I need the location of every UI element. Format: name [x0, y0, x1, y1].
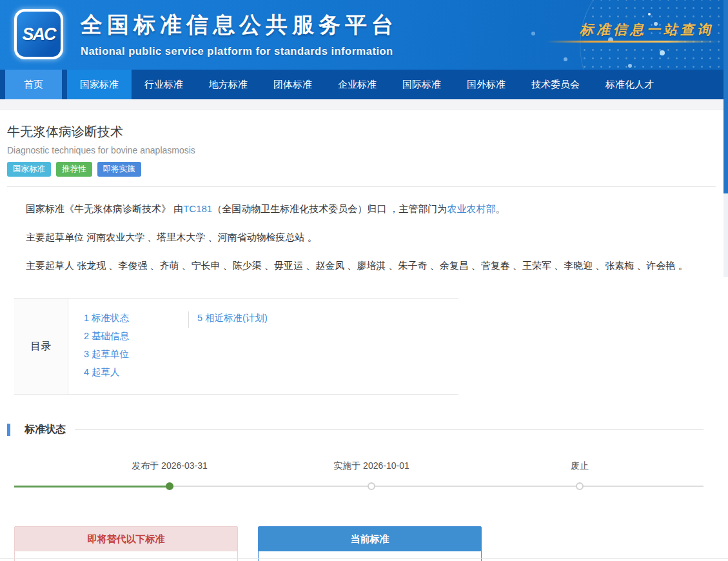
intro-p1-text: 国家标准《牛无浆体病诊断技术》 由 [26, 203, 183, 214]
page: SAC 全国标准信息公共服务平台 National public service… [0, 0, 728, 561]
nav-item-national-standards[interactable]: 国家标准 [67, 70, 132, 99]
scrollbar-track [723, 193, 728, 277]
site-header: SAC 全国标准信息公共服务平台 National public service… [0, 0, 728, 70]
intro-paragraph-drafters: 主要起草人 张龙现 、李俊强 、齐萌 、宁长申 、陈少渠 、毋亚运 、赵金凤 、… [26, 260, 716, 272]
globe-dots-decoration [648, 13, 651, 15]
nav-item-industry-standards[interactable]: 行业标准 [132, 70, 196, 99]
replaced-card-header: 即将替代以下标准 [15, 527, 237, 551]
toc-item-drafting-units[interactable]: 3 起草单位 [84, 345, 188, 363]
intro-p1-text2: （全国动物卫生标准化技术委员会）归口 ，主管部门为 [212, 203, 447, 214]
header-slogan: 标准信息一站查询 [580, 21, 714, 39]
ministry-link[interactable]: 农业农村部 [447, 203, 495, 214]
section-header-line [75, 429, 703, 430]
nav-item-local-standards[interactable]: 地方标准 [196, 70, 261, 99]
intro-paragraph-drafting-units: 主要起草单位 河南农业大学 、塔里木大学 、河南省动物检疫总站 。 [26, 231, 716, 244]
toc-item-standard-status[interactable]: 1 标准状态 [84, 309, 188, 327]
sac-logo-inner: SAC [17, 12, 61, 57]
standards-cards-row: 即将替代以下标准 GB/T 18651-2002 （全部代替） 牛无浆体病快速凝… [14, 526, 716, 561]
toc-item-drafters[interactable]: 4 起草人 [84, 363, 188, 381]
timeline-label-published: 发布于 2026-03-31 [132, 460, 208, 471]
nav-item-enterprise-standards[interactable]: 企业标准 [325, 70, 389, 99]
timeline-dot-published [166, 482, 173, 490]
page-subtitle-en: Diagnostic techniques for bovine anaplas… [7, 145, 716, 155]
table-of-contents: 目录 1 标准状态 2 基础信息 3 起草单位 4 起草人 5 相近标准(计划) [14, 298, 458, 395]
main-nav: 首页 国家标准 行业标准 地方标准 团体标准 企业标准 国际标准 国外标准 技术… [0, 70, 728, 99]
current-card-header: 当前标准 [259, 527, 481, 551]
site-title: 全国标准信息公共服务平台 [81, 10, 398, 40]
tc181-link[interactable]: TC181 [183, 203, 212, 214]
nav-item-group-standards[interactable]: 团体标准 [261, 70, 325, 99]
title-divider [7, 186, 716, 187]
toc-item-basic-info[interactable]: 2 基础信息 [84, 327, 188, 345]
intro-p1-text3: 。 [495, 203, 505, 214]
status-section-header: 标准状态 [7, 423, 716, 437]
nav-item-foreign-standards[interactable]: 国外标准 [454, 70, 518, 99]
nav-item-home[interactable]: 首页 [5, 70, 62, 99]
badges-row: 国家标准 推荐性 即将实施 [7, 162, 716, 177]
toc-item-related-standards[interactable]: 5 相近标准(计划) [197, 309, 268, 327]
site-subtitle: National public service platform for sta… [81, 45, 398, 57]
card-replaced-standard: 即将替代以下标准 GB/T 18651-2002 （全部代替） 牛无浆体病快速凝… [14, 526, 238, 561]
intro-paragraph-1: 国家标准《牛无浆体病诊断技术》 由TC181（全国动物卫生标准化技术委员会）归口… [26, 203, 716, 215]
header-divider-band [0, 99, 728, 110]
bottom-divider [0, 558, 728, 559]
sac-logo[interactable]: SAC [14, 9, 63, 59]
scrollbar[interactable] [723, 0, 728, 193]
status-section-title: 标准状态 [25, 423, 66, 437]
toc-label: 目录 [14, 299, 68, 394]
timeline-completed-segment [14, 486, 173, 487]
badge-recommended: 推荐性 [56, 162, 92, 177]
sac-logo-text: SAC [22, 25, 55, 44]
timeline-dot-abolished [576, 482, 584, 490]
badge-upcoming-implementation: 即将实施 [97, 162, 141, 177]
page-title: 牛无浆体病诊断技术 [7, 123, 716, 141]
nav-item-international-standards[interactable]: 国际标准 [389, 70, 454, 99]
slogan-underline [546, 41, 719, 43]
nav-item-technical-committees[interactable]: 技术委员会 [518, 70, 593, 99]
badge-national-standard: 国家标准 [7, 162, 51, 177]
card-current-standard: 当前标准 GB/T 18651-2026 即将实施 牛无浆体病诊断技术 [258, 526, 482, 561]
intro-section: 国家标准《牛无浆体病诊断技术》 由TC181（全国动物卫生标准化技术委员会）归口… [7, 203, 716, 272]
timeline-label-abolished: 废止 [571, 460, 589, 471]
section-accent-bar [7, 424, 10, 436]
timeline-dot-implemented [368, 482, 375, 490]
nav-item-standardization-talent[interactable]: 标准化人才 [593, 70, 667, 99]
status-timeline: 发布于 2026-03-31 实施于 2026-10-01 废止 [14, 460, 703, 500]
timeline-label-implemented: 实施于 2026-10-01 [333, 460, 409, 471]
